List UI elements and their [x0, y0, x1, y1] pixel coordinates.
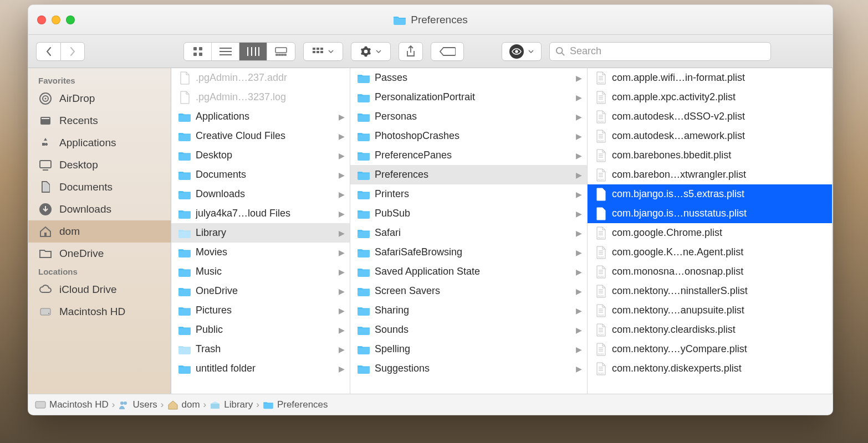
- sidebar-item-onedrive[interactable]: OneDrive: [28, 243, 171, 265]
- list-item[interactable]: PLISTcom.nektony.diskexperts.plist: [588, 359, 832, 378]
- forward-button[interactable]: [60, 42, 85, 61]
- item-label: Applications: [196, 111, 333, 122]
- sidebar-item-applications[interactable]: Applications: [28, 132, 171, 154]
- list-item[interactable]: Pictures▶: [171, 301, 350, 320]
- list-item[interactable]: .pgAdmin…3237.log: [171, 87, 350, 107]
- sidebar-item-desktop[interactable]: Desktop: [28, 154, 171, 176]
- path-segment[interactable]: Users: [118, 399, 157, 410]
- view-mode-segment: [183, 42, 295, 61]
- path-segment[interactable]: Library: [210, 399, 253, 410]
- list-item[interactable]: PLISTcom.monosna…onosnap.plist: [588, 262, 832, 281]
- list-item[interactable]: Passes▶: [350, 68, 587, 87]
- list-item[interactable]: Public▶: [171, 320, 350, 339]
- list-item[interactable]: PersonalizationPortrait▶: [350, 87, 587, 107]
- search-field[interactable]: Search: [549, 42, 771, 61]
- svg-rect-14: [282, 54, 283, 55]
- list-item[interactable]: Music▶: [171, 262, 350, 281]
- list-item[interactable]: Suggestions▶: [350, 359, 587, 378]
- list-item[interactable]: PLISTcom.barebones.bbedit.plist: [588, 146, 832, 165]
- arrange-button[interactable]: [303, 42, 343, 61]
- list-item[interactable]: PubSub▶: [350, 204, 587, 223]
- svg-rect-100: [35, 401, 45, 408]
- gallery-view-button[interactable]: [267, 43, 295, 60]
- list-item[interactable]: Downloads▶: [171, 184, 350, 204]
- tags-button[interactable]: [431, 42, 464, 61]
- list-view-button[interactable]: [212, 43, 239, 60]
- list-item[interactable]: PLISTcom.autodesk…amework.plist: [588, 126, 832, 146]
- sidebar-item-documents[interactable]: Documents: [28, 176, 171, 198]
- list-item[interactable]: Library▶: [171, 223, 350, 243]
- sidebar-item-icloud-drive[interactable]: iCloud Drive: [28, 279, 171, 301]
- sidebar-item-airdrop[interactable]: AirDrop: [28, 87, 171, 110]
- window-title: Preferences: [393, 14, 467, 26]
- sidebar-item-downloads[interactable]: Downloads: [28, 198, 171, 220]
- list-item[interactable]: Personas▶: [350, 107, 587, 126]
- list-item[interactable]: Printers▶: [350, 184, 587, 204]
- list-item[interactable]: julya4ka7…loud Files▶: [171, 204, 350, 223]
- path-segment[interactable]: dom: [167, 399, 200, 410]
- list-item[interactable]: SafariSafeBrowsing▶: [350, 243, 587, 262]
- item-icon: [357, 286, 370, 297]
- share-button[interactable]: [399, 42, 423, 61]
- item-label: Documents: [196, 169, 333, 181]
- item-icon: [178, 73, 191, 84]
- column-view-button[interactable]: [239, 43, 267, 60]
- list-item[interactable]: PLISTcom.bjango.is…nusstatus.plist: [588, 204, 832, 223]
- folder-icon: [263, 400, 274, 409]
- svg-point-23: [556, 47, 563, 53]
- list-item[interactable]: PLISTcom.barebon…xtwrangler.plist: [588, 165, 832, 184]
- body: FavoritesAirDropRecentsApplicationsDeskt…: [28, 68, 833, 394]
- back-button[interactable]: [36, 42, 60, 61]
- action-button[interactable]: [351, 42, 391, 61]
- list-item[interactable]: PLISTcom.autodesk…dSSO-v2.plist: [588, 107, 832, 126]
- list-item[interactable]: Desktop▶: [171, 146, 350, 165]
- chevron-right-icon: ▶: [338, 364, 345, 373]
- list-item[interactable]: Safari▶: [350, 223, 587, 243]
- quicklook-button[interactable]: [502, 42, 542, 61]
- list-item[interactable]: PreferencePanes▶: [350, 146, 587, 165]
- item-icon: PLIST: [594, 324, 607, 336]
- list-item[interactable]: PLISTcom.google.K…ne.Agent.plist: [588, 243, 832, 262]
- icon-view-button[interactable]: [184, 43, 212, 60]
- close-button[interactable]: [37, 16, 46, 24]
- list-item[interactable]: untitled folder▶: [171, 359, 350, 378]
- list-item[interactable]: Movies▶: [171, 243, 350, 262]
- list-item[interactable]: Spelling▶: [350, 339, 587, 359]
- list-item[interactable]: Trash▶: [171, 339, 350, 359]
- list-item[interactable]: Saved Application State▶: [350, 262, 587, 281]
- list-item[interactable]: PLISTcom.apple.xpc.activity2.plist: [588, 87, 832, 107]
- list-item[interactable]: Applications▶: [171, 107, 350, 126]
- list-item[interactable]: Sharing▶: [350, 301, 587, 320]
- list-item[interactable]: PLISTcom.google.Chrome.plist: [588, 223, 832, 243]
- minimize-button[interactable]: [52, 16, 60, 24]
- folder-icon: [38, 246, 53, 261]
- item-icon: [178, 305, 191, 316]
- list-item[interactable]: .pgAdmin…237.addr: [171, 68, 350, 87]
- zoom-button[interactable]: [66, 16, 75, 24]
- path-segment[interactable]: Preferences: [263, 399, 328, 410]
- sidebar-item-macintosh-hd[interactable]: Macintosh HD: [28, 301, 171, 323]
- list-item[interactable]: Creative Cloud Files▶: [171, 126, 350, 146]
- list-item[interactable]: PLISTcom.bjango.is…s5.extras.plist: [588, 184, 832, 204]
- list-item[interactable]: PLISTcom.nektony.…yCompare.plist: [588, 339, 832, 359]
- item-label: Creative Cloud Files: [196, 130, 333, 142]
- list-item[interactable]: OneDrive▶: [171, 281, 350, 301]
- sidebar-item-recents[interactable]: Recents: [28, 110, 171, 132]
- svg-text:PLIST: PLIST: [598, 159, 604, 162]
- list-item[interactable]: Documents▶: [171, 165, 350, 184]
- list-item[interactable]: PLISTcom.nektony.cleardisks.plist: [588, 320, 832, 339]
- sidebar-item-dom[interactable]: dom: [28, 220, 171, 243]
- list-item[interactable]: Sounds▶: [350, 320, 587, 339]
- list-item[interactable]: PLISTcom.nektony.…anupsuite.plist: [588, 301, 832, 320]
- path-segment[interactable]: Macintosh HD: [35, 399, 109, 410]
- list-item[interactable]: Preferences▶: [350, 165, 587, 184]
- toolbar: Search: [28, 35, 833, 68]
- chevron-right-icon: ▶: [575, 248, 583, 257]
- list-item[interactable]: PLISTcom.nektony.…ninstallerS.plist: [588, 281, 832, 301]
- list-item[interactable]: Screen Savers▶: [350, 281, 587, 301]
- list-item[interactable]: PhotoshopCrashes▶: [350, 126, 587, 146]
- item-icon: [178, 92, 191, 103]
- recents-icon: [38, 114, 53, 128]
- item-label: Sharing: [375, 305, 570, 316]
- list-item[interactable]: PLISTcom.apple.wifi…in-format.plist: [588, 68, 832, 87]
